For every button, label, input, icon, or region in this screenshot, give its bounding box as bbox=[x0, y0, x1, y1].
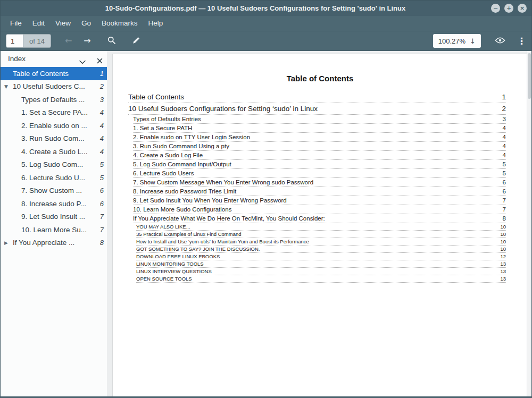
toc-entry[interactable]: 3. Run Sudo Command Using a pty4 bbox=[133, 142, 506, 151]
toc-entry[interactable]: Table of Contents1 bbox=[128, 91, 506, 103]
menu-overflow-button[interactable]: ⋮ bbox=[517, 36, 526, 46]
menu-view[interactable]: View bbox=[50, 16, 76, 31]
toc-entry[interactable]: 2. Enable sudo on TTY User Login Session… bbox=[133, 133, 506, 142]
titlebar[interactable]: 10-Sudo-Configurations.pdf — 10 Useful S… bbox=[1, 1, 531, 16]
index-item-table-of-contents[interactable]: Table of Contents 1 bbox=[1, 67, 107, 80]
index-item-create-sudo-log[interactable]: 4. Create a Sudo L... 4 bbox=[1, 145, 107, 158]
toc-entry[interactable]: 1. Set a Secure PATH4 bbox=[133, 124, 506, 133]
index-list: Table of Contents 1 ▼ 10 Useful Sudoers … bbox=[1, 67, 107, 249]
index-item-learn-more-sudo[interactable]: 10. Learn More Su... 7 bbox=[1, 223, 107, 236]
sidebar-close-button[interactable] bbox=[97, 56, 103, 66]
window-title: 10-Sudo-Configurations.pdf — 10 Useful S… bbox=[32, 1, 478, 16]
maximize-button[interactable]: + bbox=[504, 4, 513, 13]
menu-file[interactable]: File bbox=[5, 16, 27, 31]
index-item-increase-tries-limit[interactable]: 8. Increase sudo P... 6 bbox=[1, 197, 107, 210]
toc-entry[interactable]: GOT SOMETHING TO SAY? JOIN THE DISCUSSIO… bbox=[136, 245, 506, 253]
page-selector: of 14 bbox=[6, 34, 51, 48]
toc-entry[interactable]: 7. Show Custom Message When You Enter Wr… bbox=[133, 178, 506, 187]
scrollbar-thumb[interactable] bbox=[528, 53, 531, 99]
minimize-button[interactable]: − bbox=[491, 4, 500, 13]
menu-bookmarks[interactable]: Bookmarks bbox=[96, 16, 143, 31]
kebab-menu-icon: ⋮ bbox=[517, 36, 526, 46]
toc-entry[interactable]: 5. Log Sudo Command Input/Output5 bbox=[133, 160, 506, 169]
toc-entry[interactable]: 10. Learn More Sudo Configurations7 bbox=[133, 205, 506, 214]
back-arrow-icon: ← bbox=[65, 37, 72, 45]
expander-open-icon[interactable]: ▼ bbox=[1, 84, 13, 89]
toc-entry[interactable]: Types of Defaults Entries3 bbox=[133, 115, 506, 124]
index-item-log-sudo-io[interactable]: 5. Log Sudo Com... 5 bbox=[1, 158, 107, 172]
index-item-sudo-insult[interactable]: 9. Let Sudo Insult ... 7 bbox=[1, 210, 107, 224]
history-back-button[interactable]: ← bbox=[65, 37, 72, 45]
close-icon: × bbox=[520, 5, 525, 11]
menubar: File Edit View Go Bookmarks Help bbox=[1, 16, 531, 31]
document-view: Table of Contents Table of Contents1 10 … bbox=[107, 51, 531, 396]
eye-icon bbox=[495, 37, 505, 46]
pdf-page: Table of Contents Table of Contents1 10 … bbox=[112, 54, 528, 397]
index-item-run-sudo-pty[interactable]: 3. Run Sudo Com... 4 bbox=[1, 132, 107, 146]
toc-entry[interactable]: OPEN SOURCE TOOLS13 bbox=[136, 275, 506, 283]
toc-entry[interactable]: 10 Useful Sudoers Configurations for Set… bbox=[128, 103, 506, 115]
search-button[interactable] bbox=[107, 36, 117, 47]
menu-go[interactable]: Go bbox=[76, 16, 96, 31]
toc-entry[interactable]: 6. Lecture Sudo Users5 bbox=[133, 169, 506, 178]
toc-entry[interactable]: How to Install and Use ‘yum-utils’ to Ma… bbox=[136, 238, 506, 245]
zoom-dropdown-arrow-icon: ↓ bbox=[470, 37, 476, 45]
close-x-icon bbox=[97, 56, 103, 65]
sidebar: Index bbox=[1, 51, 107, 396]
toc-entry[interactable]: YOU MAY ALSO LIKE...10 bbox=[136, 223, 506, 231]
view-options-button[interactable] bbox=[495, 37, 505, 46]
toc-entry[interactable]: 9. Let Sudo Insult You When You Enter Wr… bbox=[133, 196, 506, 205]
page-total-label: of 14 bbox=[23, 35, 51, 47]
forward-arrow-icon: → bbox=[84, 37, 90, 45]
vertical-scrollbar[interactable] bbox=[527, 51, 531, 396]
window-controls: − + × bbox=[491, 4, 527, 13]
index-item-10-useful-sudoers[interactable]: ▼ 10 Useful Sudoers C... 2 bbox=[1, 80, 107, 94]
index-item-show-custom-message[interactable]: 7. Show Custom ... 6 bbox=[1, 184, 107, 198]
maximize-icon: + bbox=[506, 5, 511, 11]
menu-edit[interactable]: Edit bbox=[27, 16, 50, 31]
toc-entry[interactable]: If You Appreciate What We Do Here On Tec… bbox=[133, 214, 506, 223]
index-item-if-you-appreciate[interactable]: ▶ If You Appreciate ... 8 bbox=[1, 236, 107, 250]
sidebar-mode-dropdown[interactable] bbox=[79, 57, 86, 66]
annotate-button[interactable] bbox=[131, 36, 141, 47]
page-number-input[interactable] bbox=[6, 35, 23, 47]
menu-help[interactable]: Help bbox=[143, 16, 169, 31]
index-item-types-of-defaults[interactable]: Types of Defaults ... 3 bbox=[1, 93, 107, 106]
minimize-icon: − bbox=[493, 5, 498, 11]
close-button[interactable]: × bbox=[518, 4, 527, 13]
history-forward-button[interactable]: → bbox=[84, 37, 90, 45]
toc-entry[interactable]: 4. Create a Sudo Log File4 bbox=[133, 151, 506, 160]
toc-entry[interactable]: DOWNLOAD FREE LINUX EBOOKS12 bbox=[136, 253, 506, 260]
page-title: Table of Contents bbox=[113, 74, 527, 83]
index-item-lecture-sudo-users[interactable]: 6. Lecture Sudo U... 5 bbox=[1, 171, 107, 184]
toc-entry[interactable]: 8. Increase sudo Password Tries Limit6 bbox=[133, 187, 506, 196]
pdf-viewer-window: 10-Sudo-Configurations.pdf — 10 Useful S… bbox=[0, 0, 532, 398]
sidebar-mode-label: Index bbox=[8, 51, 26, 67]
index-item-enable-sudo-tty[interactable]: 2. Enable sudo on ... 4 bbox=[1, 119, 107, 132]
search-icon bbox=[107, 36, 117, 47]
expander-collapsed-icon[interactable]: ▶ bbox=[1, 240, 13, 245]
zoom-level-dropdown[interactable]: 100.27% ↓ bbox=[433, 34, 481, 48]
index-item-set-secure-path[interactable]: 1. Set a Secure PA... 4 bbox=[1, 106, 107, 120]
toc-list: Table of Contents1 10 Useful Sudoers Con… bbox=[128, 91, 506, 283]
sidebar-header: Index bbox=[1, 51, 107, 67]
chevron-down-icon bbox=[79, 57, 86, 66]
toc-entry[interactable]: 35 Practical Examples of Linux Find Comm… bbox=[136, 231, 506, 238]
zoom-level-value: 100.27% bbox=[438, 37, 466, 45]
toolbar: of 14 ← → 100.27% ↓ bbox=[1, 31, 531, 51]
toc-entry[interactable]: LINUX MONITORING TOOLS13 bbox=[136, 260, 506, 268]
content-area: Index bbox=[1, 51, 531, 396]
pencil-icon bbox=[131, 36, 141, 47]
toc-entry[interactable]: LINUX INTERVIEW QUESTIONS13 bbox=[136, 268, 506, 275]
